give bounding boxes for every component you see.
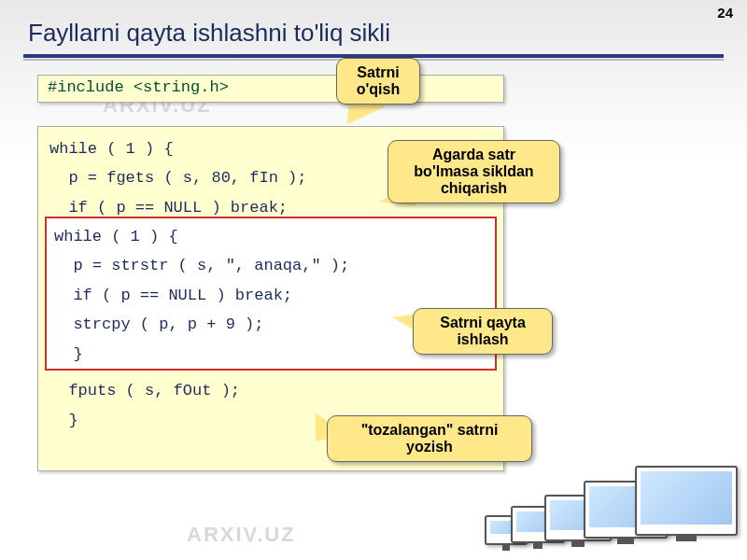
code-line: #include <string.h> (48, 78, 229, 96)
callout-read-line: Satrni o'qish (336, 58, 420, 105)
callout-process-line: Satrni qayta ishlash (413, 308, 553, 355)
code-line: p = strstr ( s, ", anaqa," ); (54, 251, 487, 280)
include-code-box: #include <string.h> (37, 75, 504, 103)
code-line: while ( 1 ) { (54, 222, 487, 251)
callout-break-loop: Agarda satr bo'lmasa sikldan chiqarish (388, 140, 560, 203)
callout-write-cleaned: "tozalangan" satrni yozish (327, 415, 532, 462)
code-line: if ( p == NULL ) break; (54, 281, 487, 310)
code-line: fputs ( s, fOut ); (49, 376, 492, 405)
watermark: ARXIV.UZ (187, 523, 296, 547)
slide-title: Fayllarni qayta ishlashni to'liq sikli (28, 19, 390, 48)
monitor-icon (635, 466, 738, 536)
page-number: 24 (717, 5, 733, 21)
